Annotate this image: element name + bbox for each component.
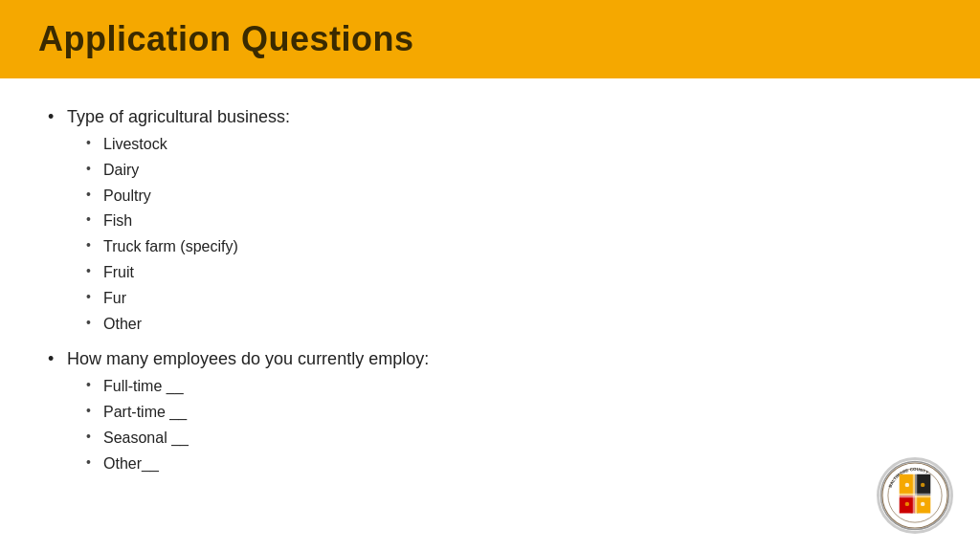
baltimore-county-seal: BALTIMORE COUNTY MARYLAND	[877, 457, 953, 534]
svg-point-14	[921, 502, 924, 506]
list-item: Fruit	[86, 261, 932, 285]
seal-svg: BALTIMORE COUNTY MARYLAND	[880, 460, 950, 531]
list-item: Truck farm (specify)	[86, 235, 932, 259]
slide: Application Questions Type of agricultur…	[0, 0, 980, 551]
question-1-label: Type of agricultural business:	[67, 107, 290, 126]
question-2-label: How many employees do you currently empl…	[67, 349, 429, 368]
list-item: Poultry	[86, 185, 932, 209]
main-list: Type of agricultural business: Livestock…	[48, 107, 932, 476]
header-bar: Application Questions	[0, 0, 980, 78]
list-item: Fur	[86, 287, 932, 311]
question-1: Type of agricultural business: Livestock…	[48, 107, 932, 336]
svg-point-11	[905, 483, 909, 487]
list-item: Other__	[86, 452, 932, 476]
svg-point-13	[905, 502, 909, 506]
list-item: Other	[86, 313, 932, 337]
list-item: Part-time __	[86, 401, 932, 425]
slide-title: Application Questions	[38, 19, 414, 59]
list-item: Fish	[86, 209, 932, 233]
list-item: Full-time __	[86, 375, 932, 399]
sub-list-1: Livestock Dairy Poultry Fish Truck farm …	[86, 133, 932, 336]
question-2: How many employees do you currently empl…	[48, 349, 932, 475]
list-item: Dairy	[86, 159, 932, 183]
list-item: Livestock	[86, 133, 932, 157]
svg-point-12	[921, 483, 924, 487]
svg-rect-10	[898, 494, 932, 497]
slide-content: Type of agricultural business: Livestock…	[0, 78, 980, 551]
sub-list-2: Full-time __ Part-time __ Seasonal __ Ot…	[86, 375, 932, 475]
list-item: Seasonal __	[86, 427, 932, 451]
